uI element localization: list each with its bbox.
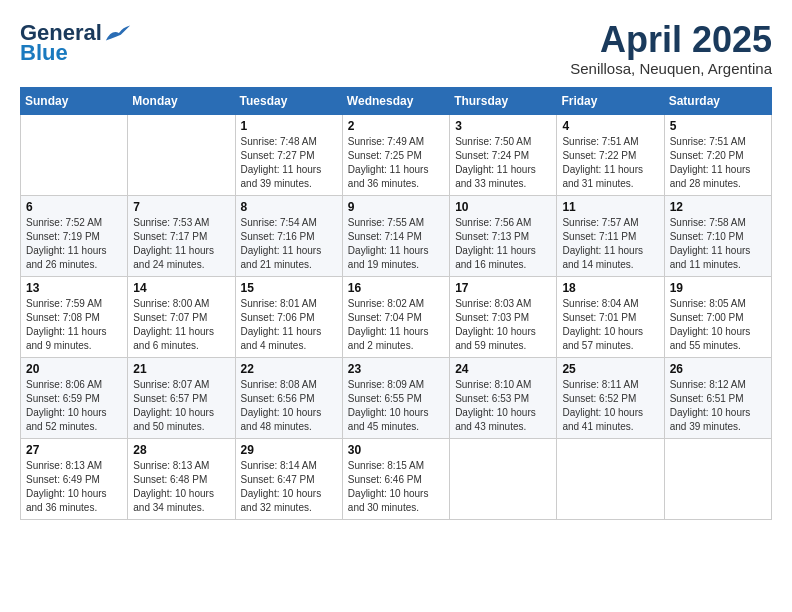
day-number: 26 [670, 362, 766, 376]
day-number: 6 [26, 200, 122, 214]
day-number: 13 [26, 281, 122, 295]
day-info: Sunrise: 7:49 AM Sunset: 7:25 PM Dayligh… [348, 135, 444, 191]
weekday-header-row: SundayMondayTuesdayWednesdayThursdayFrid… [21, 87, 772, 114]
day-info: Sunrise: 7:59 AM Sunset: 7:08 PM Dayligh… [26, 297, 122, 353]
calendar-cell [557, 438, 664, 519]
day-info: Sunrise: 8:05 AM Sunset: 7:00 PM Dayligh… [670, 297, 766, 353]
day-number: 17 [455, 281, 551, 295]
day-info: Sunrise: 8:06 AM Sunset: 6:59 PM Dayligh… [26, 378, 122, 434]
calendar-cell [664, 438, 771, 519]
day-number: 16 [348, 281, 444, 295]
logo-bird-icon [104, 21, 132, 45]
day-info: Sunrise: 8:03 AM Sunset: 7:03 PM Dayligh… [455, 297, 551, 353]
day-number: 29 [241, 443, 337, 457]
calendar-cell: 29Sunrise: 8:14 AM Sunset: 6:47 PM Dayli… [235, 438, 342, 519]
day-info: Sunrise: 7:57 AM Sunset: 7:11 PM Dayligh… [562, 216, 658, 272]
day-info: Sunrise: 8:13 AM Sunset: 6:48 PM Dayligh… [133, 459, 229, 515]
day-number: 7 [133, 200, 229, 214]
calendar-cell: 13Sunrise: 7:59 AM Sunset: 7:08 PM Dayli… [21, 276, 128, 357]
day-number: 14 [133, 281, 229, 295]
day-number: 30 [348, 443, 444, 457]
calendar-cell: 28Sunrise: 8:13 AM Sunset: 6:48 PM Dayli… [128, 438, 235, 519]
calendar-cell: 12Sunrise: 7:58 AM Sunset: 7:10 PM Dayli… [664, 195, 771, 276]
calendar-cell [450, 438, 557, 519]
calendar-cell: 24Sunrise: 8:10 AM Sunset: 6:53 PM Dayli… [450, 357, 557, 438]
day-info: Sunrise: 8:08 AM Sunset: 6:56 PM Dayligh… [241, 378, 337, 434]
calendar-cell: 18Sunrise: 8:04 AM Sunset: 7:01 PM Dayli… [557, 276, 664, 357]
day-number: 22 [241, 362, 337, 376]
day-number: 27 [26, 443, 122, 457]
calendar-cell: 14Sunrise: 8:00 AM Sunset: 7:07 PM Dayli… [128, 276, 235, 357]
day-number: 23 [348, 362, 444, 376]
weekday-header-wednesday: Wednesday [342, 87, 449, 114]
day-info: Sunrise: 8:13 AM Sunset: 6:49 PM Dayligh… [26, 459, 122, 515]
calendar-cell [21, 114, 128, 195]
day-info: Sunrise: 8:14 AM Sunset: 6:47 PM Dayligh… [241, 459, 337, 515]
weekday-header-monday: Monday [128, 87, 235, 114]
day-number: 24 [455, 362, 551, 376]
day-number: 21 [133, 362, 229, 376]
day-number: 4 [562, 119, 658, 133]
calendar-cell: 17Sunrise: 8:03 AM Sunset: 7:03 PM Dayli… [450, 276, 557, 357]
day-info: Sunrise: 8:09 AM Sunset: 6:55 PM Dayligh… [348, 378, 444, 434]
calendar-cell: 22Sunrise: 8:08 AM Sunset: 6:56 PM Dayli… [235, 357, 342, 438]
location-subtitle: Senillosa, Neuquen, Argentina [570, 60, 772, 77]
calendar-cell: 20Sunrise: 8:06 AM Sunset: 6:59 PM Dayli… [21, 357, 128, 438]
calendar-cell: 2Sunrise: 7:49 AM Sunset: 7:25 PM Daylig… [342, 114, 449, 195]
calendar-week-2: 6Sunrise: 7:52 AM Sunset: 7:19 PM Daylig… [21, 195, 772, 276]
day-info: Sunrise: 7:55 AM Sunset: 7:14 PM Dayligh… [348, 216, 444, 272]
day-number: 15 [241, 281, 337, 295]
day-number: 2 [348, 119, 444, 133]
day-number: 1 [241, 119, 337, 133]
calendar-cell: 26Sunrise: 8:12 AM Sunset: 6:51 PM Dayli… [664, 357, 771, 438]
day-info: Sunrise: 7:50 AM Sunset: 7:24 PM Dayligh… [455, 135, 551, 191]
day-number: 9 [348, 200, 444, 214]
calendar-cell: 15Sunrise: 8:01 AM Sunset: 7:06 PM Dayli… [235, 276, 342, 357]
day-info: Sunrise: 7:51 AM Sunset: 7:20 PM Dayligh… [670, 135, 766, 191]
day-info: Sunrise: 7:52 AM Sunset: 7:19 PM Dayligh… [26, 216, 122, 272]
day-info: Sunrise: 7:58 AM Sunset: 7:10 PM Dayligh… [670, 216, 766, 272]
calendar-cell: 4Sunrise: 7:51 AM Sunset: 7:22 PM Daylig… [557, 114, 664, 195]
calendar-week-1: 1Sunrise: 7:48 AM Sunset: 7:27 PM Daylig… [21, 114, 772, 195]
day-info: Sunrise: 8:07 AM Sunset: 6:57 PM Dayligh… [133, 378, 229, 434]
calendar-cell: 21Sunrise: 8:07 AM Sunset: 6:57 PM Dayli… [128, 357, 235, 438]
calendar-cell: 9Sunrise: 7:55 AM Sunset: 7:14 PM Daylig… [342, 195, 449, 276]
calendar-cell: 27Sunrise: 8:13 AM Sunset: 6:49 PM Dayli… [21, 438, 128, 519]
calendar-cell: 19Sunrise: 8:05 AM Sunset: 7:00 PM Dayli… [664, 276, 771, 357]
weekday-header-tuesday: Tuesday [235, 87, 342, 114]
calendar-week-4: 20Sunrise: 8:06 AM Sunset: 6:59 PM Dayli… [21, 357, 772, 438]
day-info: Sunrise: 7:48 AM Sunset: 7:27 PM Dayligh… [241, 135, 337, 191]
day-number: 28 [133, 443, 229, 457]
day-info: Sunrise: 7:53 AM Sunset: 7:17 PM Dayligh… [133, 216, 229, 272]
day-info: Sunrise: 8:04 AM Sunset: 7:01 PM Dayligh… [562, 297, 658, 353]
day-info: Sunrise: 8:02 AM Sunset: 7:04 PM Dayligh… [348, 297, 444, 353]
weekday-header-friday: Friday [557, 87, 664, 114]
calendar-cell: 16Sunrise: 8:02 AM Sunset: 7:04 PM Dayli… [342, 276, 449, 357]
day-number: 10 [455, 200, 551, 214]
day-info: Sunrise: 8:01 AM Sunset: 7:06 PM Dayligh… [241, 297, 337, 353]
calendar-cell: 23Sunrise: 8:09 AM Sunset: 6:55 PM Dayli… [342, 357, 449, 438]
day-info: Sunrise: 7:54 AM Sunset: 7:16 PM Dayligh… [241, 216, 337, 272]
page-header: General Blue April 2025 Senillosa, Neuqu… [20, 20, 772, 77]
calendar-cell: 30Sunrise: 8:15 AM Sunset: 6:46 PM Dayli… [342, 438, 449, 519]
calendar-cell: 10Sunrise: 7:56 AM Sunset: 7:13 PM Dayli… [450, 195, 557, 276]
title-block: April 2025 Senillosa, Neuquen, Argentina [570, 20, 772, 77]
day-number: 5 [670, 119, 766, 133]
day-info: Sunrise: 8:00 AM Sunset: 7:07 PM Dayligh… [133, 297, 229, 353]
calendar-cell: 25Sunrise: 8:11 AM Sunset: 6:52 PM Dayli… [557, 357, 664, 438]
weekday-header-thursday: Thursday [450, 87, 557, 114]
day-number: 12 [670, 200, 766, 214]
day-info: Sunrise: 8:11 AM Sunset: 6:52 PM Dayligh… [562, 378, 658, 434]
weekday-header-saturday: Saturday [664, 87, 771, 114]
calendar-cell: 3Sunrise: 7:50 AM Sunset: 7:24 PM Daylig… [450, 114, 557, 195]
day-info: Sunrise: 8:12 AM Sunset: 6:51 PM Dayligh… [670, 378, 766, 434]
calendar-cell: 8Sunrise: 7:54 AM Sunset: 7:16 PM Daylig… [235, 195, 342, 276]
calendar-cell: 7Sunrise: 7:53 AM Sunset: 7:17 PM Daylig… [128, 195, 235, 276]
day-number: 11 [562, 200, 658, 214]
day-info: Sunrise: 8:10 AM Sunset: 6:53 PM Dayligh… [455, 378, 551, 434]
calendar-cell: 5Sunrise: 7:51 AM Sunset: 7:20 PM Daylig… [664, 114, 771, 195]
calendar-cell: 11Sunrise: 7:57 AM Sunset: 7:11 PM Dayli… [557, 195, 664, 276]
day-number: 25 [562, 362, 658, 376]
day-number: 3 [455, 119, 551, 133]
logo-blue-text: Blue [20, 40, 68, 66]
